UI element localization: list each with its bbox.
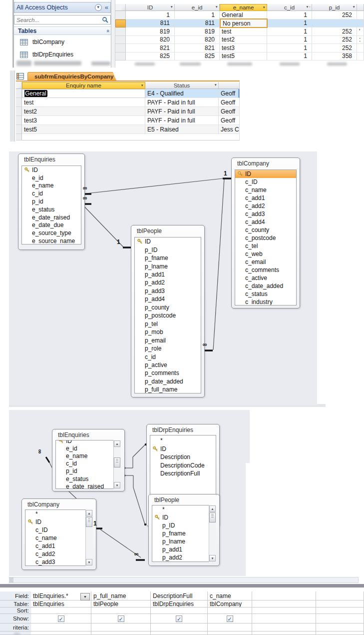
cell-e_name[interactable]: test xyxy=(220,28,267,36)
field-row-c_id[interactable]: c_id xyxy=(22,190,81,198)
cell-e_id[interactable]: 825 xyxy=(175,52,220,61)
field-row-ID[interactable]: ID xyxy=(235,170,297,178)
grid-cell-field[interactable]: DescriptionFull xyxy=(151,592,208,600)
grid-cell[interactable] xyxy=(252,608,316,614)
scrollbar[interactable]: ▲▼ xyxy=(113,440,121,489)
column-dropdown-icon[interactable]: ▼ xyxy=(263,6,266,9)
active-cell[interactable]: No person xyxy=(220,18,268,28)
subform-select-corner[interactable] xyxy=(16,82,22,89)
cell-person[interactable]: Geoff xyxy=(219,89,240,98)
field-row-p_role[interactable]: p_role xyxy=(135,344,201,352)
cell-person[interactable]: Geoff xyxy=(219,116,240,125)
field-row-c_name[interactable]: c_name xyxy=(235,186,297,194)
shutter-bar-close-icon[interactable]: « xyxy=(105,4,108,11)
cell-ID[interactable]: 819 xyxy=(126,28,175,36)
field-row-c_email[interactable]: c_email xyxy=(235,258,297,266)
grid-cell[interactable] xyxy=(91,608,151,614)
cell-ID[interactable]: 811 xyxy=(126,20,175,28)
grid-cell[interactable] xyxy=(151,608,208,614)
grid-cell[interactable] xyxy=(316,592,364,600)
cell-status[interactable]: E4 - Qualified xyxy=(145,89,219,98)
subform-record-selector[interactable] xyxy=(16,89,22,98)
field-row-c_name[interactable]: c_name xyxy=(25,534,86,542)
field-row-p_ID[interactable]: p_ID xyxy=(152,522,209,530)
grid-cell-table[interactable]: tblPeople xyxy=(91,600,151,608)
subform-record-selector[interactable] xyxy=(16,116,22,125)
field-row-e_status[interactable]: e_status xyxy=(56,475,114,482)
record-selector[interactable] xyxy=(115,28,126,36)
cell-e_name[interactable]: test5 xyxy=(220,52,267,61)
field-row-DescriptionCode[interactable]: DescriptionCode xyxy=(150,462,216,470)
field-row-c_id[interactable]: c_id xyxy=(56,460,114,468)
cell-person[interactable]: Geoff xyxy=(219,98,240,107)
field-row-c_active[interactable]: c_active xyxy=(235,274,297,282)
grid-cell[interactable] xyxy=(316,608,364,614)
field-row-c_add3[interactable]: c_add3 xyxy=(235,210,297,218)
grid-cell[interactable] xyxy=(208,632,252,635)
grid-cell[interactable] xyxy=(208,608,252,614)
grid-cell[interactable] xyxy=(31,624,91,632)
field-row-e_source_name[interactable]: e_source_name xyxy=(22,237,81,244)
cell-enquiry-name[interactable]: test xyxy=(22,98,145,107)
sort-ascending-icon[interactable]: ▼↑ xyxy=(306,5,311,8)
cell-e_id[interactable]: 821 xyxy=(175,44,220,52)
cell-e_id[interactable]: 820 xyxy=(175,36,220,44)
field-row-c_add2[interactable]: c_add2 xyxy=(235,202,297,210)
grid-cell[interactable] xyxy=(252,624,316,632)
field-row-p_lname[interactable]: p_lname xyxy=(152,538,209,546)
field-row-c_status[interactable]: c_status xyxy=(235,290,297,298)
record-selector[interactable] xyxy=(115,36,126,44)
field-row-e_date_raised[interactable]: e_date_raised xyxy=(22,214,81,222)
field-row-p_mob[interactable]: p_mob xyxy=(135,328,201,336)
search-icon[interactable] xyxy=(102,16,109,24)
column-header-e_id[interactable]: e_id▼ xyxy=(175,4,220,11)
field-row-c_date_added[interactable]: c_date_added xyxy=(235,282,297,290)
field-row-p_comments[interactable]: p_comments xyxy=(135,369,201,377)
grid-cell[interactable] xyxy=(91,632,151,635)
cell-p_id[interactable]: 252 xyxy=(312,11,357,20)
field-row-c_add2[interactable]: c_add2 xyxy=(25,550,86,558)
cell-p_id[interactable] xyxy=(312,20,357,28)
field-row-e_source_type[interactable]: e_source_type xyxy=(22,229,81,237)
field-row-p_add4[interactable]: p_add4 xyxy=(135,295,201,303)
show-checkbox[interactable]: ✓ xyxy=(176,616,182,622)
field-row-*[interactable]: * xyxy=(152,506,209,514)
field-row-p_id[interactable]: p_id xyxy=(22,198,81,206)
subform-record-selector[interactable] xyxy=(16,107,22,116)
nav-menu-dropdown-icon[interactable]: ▼ xyxy=(95,4,102,11)
subform-column-header-Status[interactable]: Status▼ xyxy=(145,82,219,89)
grid-cell-field[interactable]: c_name xyxy=(208,592,252,600)
field-row-e_status[interactable]: e_status xyxy=(22,206,81,214)
field-row-p_county[interactable]: p_county xyxy=(135,304,201,312)
field-row-p_ID[interactable]: p_ID xyxy=(135,246,201,254)
field-row-c_industry[interactable]: c_industry xyxy=(235,298,297,306)
field-row-e_name[interactable]: e_name xyxy=(56,452,114,460)
grid-cell[interactable] xyxy=(252,600,316,608)
field-row-e_id[interactable]: e_id xyxy=(56,444,114,452)
field-row-p_date_added[interactable]: p_date_added xyxy=(135,378,201,386)
cell-enquiry-name[interactable]: test2 xyxy=(22,107,145,116)
field-dropdown-button[interactable]: ▼ xyxy=(80,593,90,600)
subform-record-selector[interactable] xyxy=(16,125,22,134)
field-row-p_add3[interactable]: p_add3 xyxy=(135,287,201,295)
cell-e_id[interactable]: 811 xyxy=(175,20,220,28)
cell-person[interactable]: Jess C xyxy=(219,125,240,134)
scroll-up-icon[interactable]: ▲ xyxy=(114,440,120,447)
subform-new-record-selector[interactable] xyxy=(16,134,22,140)
column-header-e_name[interactable]: e_name▼ xyxy=(220,4,267,11)
sidebar-item-tblDrpEnquiries[interactable]: tblDrpEnquiries xyxy=(14,50,111,60)
field-row-p_tel[interactable]: p_tel xyxy=(135,320,201,328)
grid-cell[interactable] xyxy=(151,632,208,635)
field-row-*[interactable]: * xyxy=(150,436,216,445)
field-row-c_web[interactable]: c_web xyxy=(235,250,297,258)
horizontal-scrollbar[interactable] xyxy=(9,577,359,583)
record-selector[interactable] xyxy=(115,11,126,20)
cell-c_id[interactable]: 1 xyxy=(267,36,312,44)
search-input[interactable] xyxy=(14,16,100,24)
grid-cell[interactable] xyxy=(316,624,364,632)
field-row-p_postcode[interactable]: p_postcode xyxy=(135,312,201,320)
grid-cell-table[interactable]: tblDrpEnquiries xyxy=(151,600,208,608)
grid-cell[interactable] xyxy=(151,624,208,632)
field-row-p_email[interactable]: p_email xyxy=(135,336,201,344)
cell-enquiry-name[interactable]: test5 xyxy=(22,125,145,134)
